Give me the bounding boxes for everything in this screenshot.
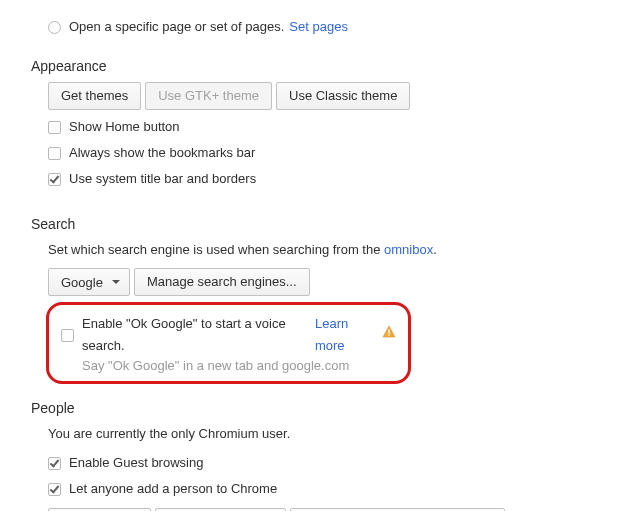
gtk-theme-button: Use GTK+ theme	[145, 82, 272, 110]
guest-browsing-checkbox[interactable]	[48, 457, 61, 470]
guest-browsing-row: Enable Guest browsing	[48, 452, 623, 474]
settings-page: Open a specific page or set of pages. Se…	[0, 0, 643, 511]
system-titlebar-label: Use system title bar and borders	[69, 168, 256, 190]
svg-rect-0	[388, 330, 389, 334]
themes-button-row: Get themes Use GTK+ theme Use Classic th…	[48, 82, 623, 110]
startup-section-partial: Open a specific page or set of pages. Se…	[48, 16, 623, 38]
show-bookmarks-checkbox[interactable]	[48, 147, 61, 160]
search-engine-select[interactable]: Google	[48, 268, 130, 296]
search-desc-suffix: .	[433, 242, 437, 257]
show-home-checkbox[interactable]	[48, 121, 61, 134]
search-heading: Search	[31, 216, 623, 232]
system-titlebar-checkbox[interactable]	[48, 173, 61, 186]
svg-rect-1	[388, 334, 389, 335]
set-pages-link[interactable]: Set pages	[289, 16, 348, 38]
appearance-section: Get themes Use GTK+ theme Use Classic th…	[48, 82, 623, 190]
search-description: Set which search engine is used when sea…	[48, 240, 623, 260]
system-titlebar-row: Use system title bar and borders	[48, 168, 623, 190]
let-anyone-add-label: Let anyone add a person to Chrome	[69, 478, 277, 500]
ok-google-highlight: Enable "Ok Google" to start a voice sear…	[46, 302, 411, 384]
ok-google-checkbox[interactable]	[61, 329, 74, 342]
show-bookmarks-row: Always show the bookmarks bar	[48, 142, 623, 164]
search-engine-row: Google Manage search engines...	[48, 268, 623, 296]
get-themes-button[interactable]: Get themes	[48, 82, 141, 110]
people-only-user: You are currently the only Chromium user…	[48, 424, 623, 444]
people-section: You are currently the only Chromium user…	[48, 424, 623, 511]
warning-icon	[382, 324, 396, 346]
show-home-label: Show Home button	[69, 116, 180, 138]
ok-google-learn-more-link[interactable]: Learn more	[315, 313, 376, 357]
open-pages-label: Open a specific page or set of pages.	[69, 16, 284, 38]
search-section: Set which search engine is used when sea…	[48, 240, 623, 384]
ok-google-row: Enable "Ok Google" to start a voice sear…	[61, 313, 396, 357]
search-desc-prefix: Set which search engine is used when sea…	[48, 242, 384, 257]
appearance-heading: Appearance	[31, 58, 623, 74]
let-anyone-add-checkbox[interactable]	[48, 483, 61, 496]
classic-theme-button[interactable]: Use Classic theme	[276, 82, 410, 110]
guest-browsing-label: Enable Guest browsing	[69, 452, 203, 474]
show-bookmarks-label: Always show the bookmarks bar	[69, 142, 255, 164]
startup-open-pages-row: Open a specific page or set of pages. Se…	[48, 16, 623, 38]
manage-search-engines-button[interactable]: Manage search engines...	[134, 268, 310, 296]
show-home-row: Show Home button	[48, 116, 623, 138]
let-anyone-add-row: Let anyone add a person to Chrome	[48, 478, 623, 500]
ok-google-hint: Say "Ok Google" in a new tab and google.…	[82, 358, 396, 373]
ok-google-label: Enable "Ok Google" to start a voice sear…	[82, 313, 311, 357]
open-pages-radio[interactable]	[48, 21, 61, 34]
people-heading: People	[31, 400, 623, 416]
omnibox-link[interactable]: omnibox	[384, 242, 433, 257]
search-engine-select-wrap: Google	[48, 268, 130, 296]
